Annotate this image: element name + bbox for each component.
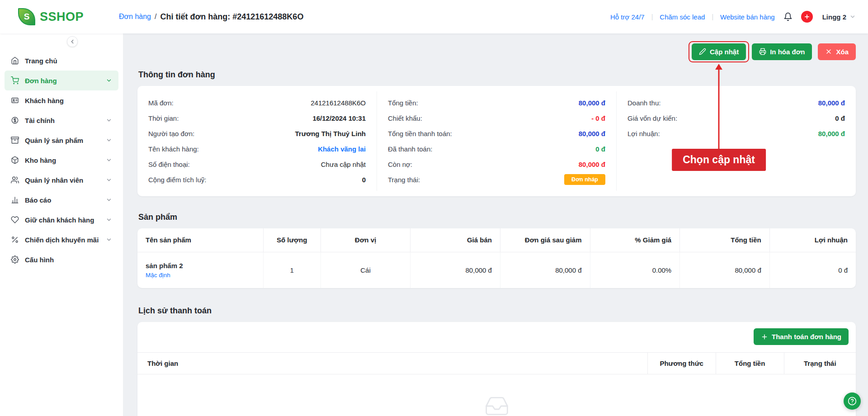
update-button-annotation-wrapper: Cập nhật Chọn cập nhật [692,43,746,60]
annotation-arrow-line [718,69,720,149]
breadcrumb: Đơn hàng / Chi tiết đơn hàng: #241216124… [119,12,303,22]
product-profit-cell: 0 đ [769,252,856,288]
sidebar-item-label: Cấu hình [25,256,54,264]
field-label: Thời gian: [148,114,179,122]
payment-history-table: Thời gian Phương thức Tổng tiền Trạng th… [137,352,856,374]
info-row: Người tạo đơn:Trương Thị Thuỷ Linh [148,126,366,141]
quick-add-button[interactable] [801,11,813,23]
total-amount-value: 80,000 đ [579,99,605,107]
chevron-down-icon [106,77,112,84]
sidebar: Trang chủ Đơn hàng Khách hàng Tài chính … [0,33,123,416]
info-row: Cộng điểm tích luỹ:0 [148,172,366,187]
info-row: Thời gian:16/12/2024 10:31 [148,110,366,126]
order-info-col-1: Mã đơn:24121612488K6O Thời gian:16/12/20… [137,91,377,191]
link-divider: | [712,13,713,20]
sidebar-item-tai-chinh[interactable]: Tài chính [5,110,118,130]
field-label: Giá vốn dự kiến: [627,114,677,122]
order-code-value: 24121612488K6O [311,99,366,107]
product-discount-percent-cell: 0.00% [590,252,680,288]
profit-value: 80,000 đ [818,130,845,137]
product-unit-cell: Cái [321,252,410,288]
sidebar-item-chien-dich-khuyen-mai[interactable]: Chiến dịch khuyến mãi [5,230,118,250]
help-button[interactable] [844,392,861,410]
sidebar-item-label: Đơn hàng [25,77,57,85]
sidebar-item-quan-ly-san-pham[interactable]: Quản lý sản phẩm [5,130,118,150]
user-name: Lingg 2 [822,13,846,21]
product-total-cell: 80,000 đ [680,252,770,288]
update-order-button[interactable]: Cập nhật [692,43,746,60]
chevron-down-icon [106,137,112,143]
products-table: Tên sản phẩm Số lượng Đơn vị Giá bán Đơn… [137,228,856,288]
sshop-logo[interactable]: S SSHOP [18,8,84,25]
print-button-label: In hóa đơn [770,48,805,56]
delete-button-label: Xóa [836,48,849,56]
order-info-card: Mã đơn:24121612488K6O Thời gian:16/12/20… [137,86,856,196]
sidebar-item-label: Giữ chân khách hàng [25,216,94,224]
info-row: Chiết khấu:- 0 đ [388,110,605,126]
column-header-name: Tên sản phẩm [137,228,263,252]
paid-value: 0 đ [595,145,605,153]
home-icon [11,57,19,65]
top-header: S SSHOP Đơn hàng / Chi tiết đơn hàng: #2… [0,0,868,33]
support-link[interactable]: Hỗ trợ 24/7 [610,13,645,21]
field-label: Lợi nhuận: [627,130,660,137]
column-header-method: Phương thức [647,353,716,374]
customer-name-link[interactable]: Khách vãng lai [318,145,366,153]
header-actions: Hỗ trợ 24/7 | Chăm sóc lead | Website bá… [610,11,856,23]
info-row: Doanh thu:80,000 đ [627,95,845,110]
sales-website-link[interactable]: Website bán hàng [720,13,775,21]
breadcrumb-separator: / [155,13,156,21]
payment-history-card: Thanh toán đơn hàng Thời gian Phương thứ… [137,322,856,416]
product-price-cell: 80,000 đ [410,252,500,288]
gear-icon [11,255,19,264]
column-header-discount-percent: % Giảm giá [590,228,680,252]
printer-icon [759,48,766,55]
column-header-time: Thời gian [137,353,647,374]
sidebar-item-khach-hang[interactable]: Khách hàng [5,90,118,110]
column-header-total: Tổng tiền [716,353,784,374]
help-icon [848,397,857,406]
chevron-down-icon [106,177,112,183]
close-icon [825,48,832,55]
delete-order-button[interactable]: Xóa [818,43,856,60]
sidebar-item-trang-chu[interactable]: Trang chủ [5,51,118,71]
column-header-quantity: Số lượng [263,228,321,252]
product-variant-link[interactable]: Mặc định [146,272,255,279]
chevron-down-icon [849,14,856,20]
notification-bell-icon[interactable] [783,12,793,21]
sidebar-item-giu-chan-khach-hang[interactable]: Giữ chân khách hàng [5,210,118,230]
sidebar-item-cau-hinh[interactable]: Cấu hình [5,250,118,269]
sidebar-collapse-button[interactable] [67,36,78,47]
order-info-title: Thông tin đơn hàng [138,70,856,80]
info-row: Trạng thái:Đơn nháp [388,172,605,187]
add-payment-button[interactable]: Thanh toán đơn hàng [754,328,849,345]
sidebar-item-kho-hang[interactable]: Kho hàng [5,150,118,170]
print-invoice-button[interactable]: In hóa đơn [752,43,812,60]
chevron-down-icon [106,236,112,243]
product-name: sản phẩm 2 [146,262,255,269]
sidebar-item-don-hang[interactable]: Đơn hàng [5,71,118,90]
breadcrumb-orders-link[interactable]: Đơn hàng [119,13,151,21]
sshop-logo-icon: S [18,8,35,25]
table-row: sản phẩm 2 Mặc định 1 Cái 80,000 đ 80,00… [137,252,856,288]
product-price-after-discount-cell: 80,000 đ [500,252,590,288]
field-label: Đã thanh toán: [388,145,432,153]
products-card: Tên sản phẩm Số lượng Đơn vị Giá bán Đơn… [137,228,856,288]
sidebar-item-label: Quản lý sản phẩm [25,137,83,144]
payment-total-value: 80,000 đ [579,130,605,137]
dollar-circle-icon [11,116,19,124]
field-label: Chiết khấu: [388,114,422,122]
revenue-value: 80,000 đ [818,99,845,107]
annotation-label: Chọn cập nhật [672,149,766,171]
sidebar-item-bao-cao[interactable]: Báo cáo [5,190,118,210]
sidebar-item-quan-ly-nhan-vien[interactable]: Quản lý nhân viên [5,170,118,190]
chevron-down-icon [106,117,112,123]
lead-care-link[interactable]: Chăm sóc lead [660,13,705,21]
product-quantity-cell: 1 [263,252,321,288]
user-menu[interactable]: Lingg 2 [822,13,856,21]
pen-icon [699,48,706,55]
chevron-down-icon [106,197,112,203]
column-header-profit: Lợi nhuận [769,228,856,252]
package-icon [11,156,19,164]
status-badge: Đơn nháp [564,174,605,185]
